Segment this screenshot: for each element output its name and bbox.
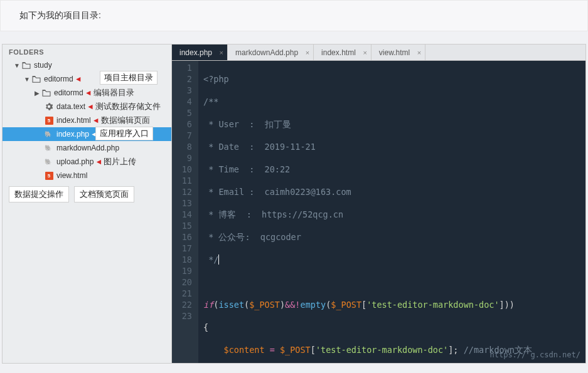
- code-token: * Email : caimh0223@163.com: [203, 187, 351, 197]
- annotation-submit: 数据提交操作: [9, 186, 69, 202]
- tree-file-data-text[interactable]: data.text ◄ 测试数据存储文件: [3, 100, 171, 113]
- tree-label: data.text: [56, 102, 85, 111]
- code-token: if: [203, 300, 213, 310]
- code-token: 'test-editor-markdown-doc': [316, 345, 448, 355]
- bottom-annotations: 数据提交操作 文档预览页面: [3, 182, 171, 206]
- tree-label: view.html: [56, 171, 87, 180]
- tree-file-view-html[interactable]: 5 view.html: [3, 169, 171, 182]
- close-icon[interactable]: ×: [417, 49, 421, 56]
- tree-label: markdownAdd.php: [56, 144, 119, 152]
- chevron-right-icon: ▶: [34, 90, 40, 97]
- code-token: 'test-editor-markdown-doc': [366, 300, 499, 310]
- editor-pane: index.php × markdownAdd.php × index.html…: [172, 45, 585, 363]
- chevron-down-icon: ▼: [24, 76, 30, 83]
- arrow-icon: ◄: [95, 157, 102, 166]
- sidebar: FOLDERS ▼ study ▼ editormd ◄ 项目主根目录 ▶: [3, 45, 172, 363]
- sidebar-title: FOLDERS: [3, 45, 171, 58]
- code-token: * Date : 2019-11-21: [203, 142, 316, 152]
- tab-index-html[interactable]: index.html ×: [314, 45, 372, 60]
- annotation-inline: 编辑器目录: [94, 87, 134, 98]
- cursor: [218, 255, 219, 265]
- code-token: $content: [224, 345, 265, 355]
- php-icon: 🐘: [44, 129, 54, 139]
- php-icon: 🐘: [44, 143, 54, 153]
- code-token: empty: [301, 300, 326, 310]
- gear-icon: [44, 102, 54, 112]
- tab-markdown-add[interactable]: markdownAdd.php ×: [228, 45, 314, 60]
- tree-label: editormd: [54, 88, 83, 97]
- tab-label: view.html: [379, 48, 410, 57]
- tree-label: index.php: [56, 130, 89, 139]
- code-token: isset: [218, 300, 244, 310]
- tab-bar: index.php × markdownAdd.php × index.html…: [172, 45, 585, 61]
- tree-file-upload-php[interactable]: 🐘 upload.php ◄ 图片上传: [3, 155, 171, 169]
- code-editor[interactable]: 1234567891011121314151617181920212223 <?…: [172, 61, 585, 363]
- watermark: https:// g.csdn.net/: [490, 349, 581, 360]
- file-tree: ▼ study ▼ editormd ◄ 项目主根目录 ▶: [3, 58, 171, 182]
- tree-folder-editormd-inner[interactable]: ▶ editormd ◄ 编辑器目录: [3, 86, 171, 100]
- code-token: $_POST: [249, 300, 280, 310]
- tree-file-markdown-add[interactable]: 🐘 markdownAdd.php: [3, 141, 171, 155]
- code-token: * 公众号: qcgcoder: [203, 232, 301, 242]
- header-text: 如下为我的项目目录:: [19, 10, 101, 20]
- code-token: * 博客 : https://52qcg.cn: [203, 209, 343, 219]
- code-token: <?php: [203, 74, 229, 84]
- folder-icon: [21, 60, 31, 70]
- code-token: */: [203, 255, 218, 265]
- tree-file-index-php[interactable]: 🐘 index.php ◄ 应用程序入口: [3, 127, 171, 141]
- tree-label: editormd: [44, 75, 73, 83]
- header-note: 如下为我的项目目录:: [0, 0, 588, 31]
- code-token: $_POST: [280, 345, 311, 355]
- close-icon[interactable]: ×: [220, 49, 223, 56]
- arrow-icon: ◄: [87, 102, 94, 111]
- code-content: <?php /** * User : 扣丁曼 * Date : 2019-11-…: [198, 61, 585, 363]
- line-gutter: 1234567891011121314151617181920212223: [172, 61, 198, 363]
- arrow-icon: ◄: [75, 75, 82, 83]
- main-container: FOLDERS ▼ study ▼ editormd ◄ 项目主根目录 ▶: [2, 44, 586, 364]
- tree-folder-editormd[interactable]: ▼ editormd ◄ 项目主根目录: [3, 72, 171, 86]
- tab-label: markdownAdd.php: [235, 48, 298, 57]
- close-icon[interactable]: ×: [363, 49, 366, 56]
- code-token: $_POST: [331, 300, 361, 310]
- code-token: /**: [203, 97, 218, 107]
- tab-label: index.html: [321, 48, 356, 57]
- tab-view-html[interactable]: view.html ×: [372, 45, 425, 60]
- tree-label: index.html: [56, 116, 91, 125]
- html5-icon: 5: [44, 115, 54, 125]
- html5-icon: 5: [44, 171, 54, 181]
- arrow-icon: ◄: [92, 116, 100, 125]
- chevron-down-icon: ▼: [14, 62, 20, 69]
- tab-index-php[interactable]: index.php ×: [172, 45, 228, 60]
- php-icon: 🐘: [44, 157, 54, 167]
- tree-folder-study[interactable]: ▼ study: [3, 58, 171, 72]
- tree-file-index-html[interactable]: 5 index.html ◄ 数据编辑页面: [3, 113, 171, 127]
- close-icon[interactable]: ×: [306, 49, 309, 56]
- annotation-inline: 数据编辑页面: [101, 115, 150, 126]
- folder-icon: [31, 74, 41, 84]
- tree-label: study: [34, 61, 52, 70]
- code-token: * User : 扣丁曼: [203, 119, 291, 129]
- arrow-icon: ◄: [85, 88, 92, 97]
- folder-icon: [41, 88, 51, 98]
- annotation-inline: 测试数据存储文件: [95, 101, 161, 112]
- annotation-inline: 图片上传: [104, 156, 136, 167]
- tab-label: index.php: [179, 48, 212, 57]
- annotation-label: 应用程序入口: [95, 127, 153, 140]
- code-token: * Time : 20:22: [203, 164, 290, 174]
- annotation-label: 项目主根目录: [100, 71, 158, 85]
- annotation-preview: 文档预览页面: [74, 186, 134, 202]
- tree-label: upload.php: [56, 157, 94, 166]
